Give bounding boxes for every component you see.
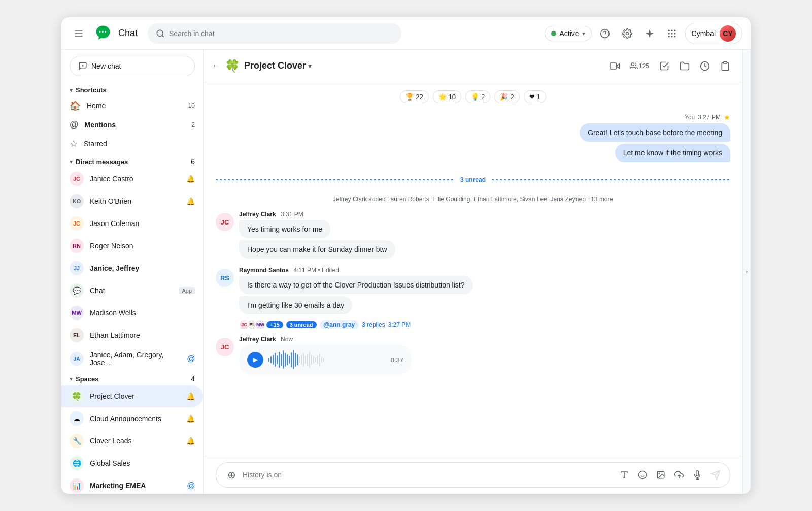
leads-icon: 🔧 (70, 434, 84, 448)
emoji-button[interactable] (634, 467, 651, 483)
thread-row[interactable]: JC EL MW +15 3 unread @ann gray 3 replie… (239, 320, 730, 330)
chat-area: ← 🍀 Project Clover ▾ (204, 50, 742, 494)
reaction-pill[interactable]: 💡 2 (465, 90, 490, 103)
svg-point-10 (671, 29, 672, 31)
sidebar-item-project-clover[interactable]: 🍀 Project Clover 🔔 (61, 385, 203, 407)
svg-point-8 (626, 32, 628, 35)
message-content: Jeffrey Clark Now ▶ (239, 336, 730, 374)
settings-icon (622, 28, 632, 39)
app-tag: App (179, 287, 195, 294)
shortcuts-header[interactable]: ▾ Shortcuts (61, 82, 203, 96)
search-bar[interactable] (148, 23, 401, 44)
format-text-button[interactable] (616, 467, 632, 483)
sidebar-item-janice-castro[interactable]: JC Janice Castro 🔔 (61, 168, 203, 190)
sidebar-item-cloud-announcements[interactable]: ☁ Cloud Announcements 🔔 (61, 407, 203, 430)
spaces-label: Spaces (76, 375, 99, 383)
svg-line-5 (162, 35, 164, 37)
sidebar-item-ethan-lattimore[interactable]: EL Ethan Lattimore (61, 324, 203, 346)
avatar: MW (70, 306, 84, 320)
thread-replies: 3 replies (362, 321, 385, 328)
help-button[interactable] (596, 24, 614, 43)
sidebar-item-marketing-emea[interactable]: 📊 Marketing EMEA @ (61, 474, 203, 494)
add-attachment-button[interactable]: ⊕ (224, 469, 239, 481)
new-chat-button[interactable]: New chat (70, 56, 195, 76)
clover-icon: 🍀 (70, 389, 84, 403)
message-bubble: Yes timing works for me (239, 220, 330, 238)
image-button[interactable] (653, 467, 669, 483)
reaction-pill[interactable]: 🏆 22 (400, 90, 428, 103)
spaces-header[interactable]: ▾ Spaces 4 (61, 371, 203, 385)
sidebar-item-keith-obrien[interactable]: KO Keith O'Brien 🔔 (61, 190, 203, 212)
apps-button[interactable] (663, 24, 681, 43)
notification-icon: 🔔 (186, 414, 195, 423)
sidebar-item-madison-wells[interactable]: MW Madison Wells (61, 302, 203, 324)
reaction-pill[interactable]: 🌟 10 (433, 90, 461, 103)
menu-icon[interactable] (70, 24, 88, 43)
upload-icon (674, 470, 684, 480)
message-input[interactable] (243, 471, 612, 479)
sidebar-item-starred[interactable]: ☆ Starred (61, 134, 203, 153)
svg-point-4 (157, 30, 163, 36)
avatar: RN (70, 239, 84, 253)
format-text-icon (620, 470, 629, 480)
back-button[interactable]: ← (212, 60, 221, 71)
clipboard-icon (720, 61, 730, 71)
unread-line-right (492, 179, 730, 180)
chat-title-chevron[interactable]: ▾ (308, 62, 312, 70)
sidebar-item-roger-nelson[interactable]: RN Roger Nelson (61, 235, 203, 257)
thread-avatar: MW (255, 320, 265, 330)
thread-avatars: JC EL MW (239, 320, 263, 330)
folder-button[interactable] (675, 57, 694, 75)
message-received-voice: JC Jeffrey Clark Now ▶ (216, 336, 730, 374)
app-window: Chat Active ▾ (61, 17, 751, 494)
message-time: Now (281, 336, 293, 343)
app-logo (94, 23, 112, 43)
sidebar-item-chat-app[interactable]: 💬 Chat App (61, 279, 203, 302)
new-chat-icon (78, 61, 87, 71)
play-button[interactable]: ▶ (247, 352, 263, 368)
sidebar-item-label: Ethan Lattimore (90, 331, 195, 339)
reaction-pill[interactable]: 🎉 2 (494, 90, 519, 103)
sidebar-item-mentions[interactable]: @ Mentions 2 (61, 115, 203, 134)
sidebar-item-janice-jeffrey[interactable]: JJ Janice, Jeffrey (61, 257, 203, 279)
chevron-down-icon: ▾ (70, 87, 73, 94)
video-call-button[interactable] (605, 57, 624, 75)
sidebar-item-label: Madison Wells (90, 309, 195, 317)
clipboard-button[interactable] (716, 57, 734, 75)
timer-button[interactable] (696, 57, 714, 75)
sidebar-item-global-sales[interactable]: 🌐 Global Sales (61, 452, 203, 474)
chevron-down-icon: ▾ (70, 375, 73, 382)
mic-button[interactable] (689, 467, 705, 483)
sidebar-item-jason-coleman[interactable]: JC Jason Coleman (61, 212, 203, 235)
message-content: Raymond Santos 4:11 PM • Edited Is there… (239, 267, 730, 330)
spark-button[interactable] (640, 24, 659, 43)
settings-button[interactable] (618, 24, 636, 43)
collapse-sidebar-button[interactable]: › (742, 50, 751, 494)
upload-button[interactable] (671, 467, 687, 483)
unread-count-badge: 3 unread (286, 321, 317, 328)
sidebar-item-janice-adam[interactable]: JA Janice, Adam, Gregory, Jose... @ (61, 346, 203, 371)
sidebar-item-home[interactable]: 🏠 Home 10 (61, 96, 203, 115)
user-chip[interactable]: Cymbal CY (685, 23, 742, 44)
svg-point-14 (674, 33, 675, 34)
search-input[interactable] (169, 29, 393, 38)
avatar: JC (216, 338, 234, 356)
dm-header[interactable]: ▾ Direct messages 6 (61, 153, 203, 168)
send-button[interactable] (707, 467, 724, 483)
members-badge[interactable]: 125 (626, 60, 653, 72)
user-name: Cymbal (692, 29, 716, 38)
mentions-badge: 2 (185, 121, 195, 129)
unread-divider: 3 unread (216, 176, 730, 183)
reaction-pill[interactable]: ❤ 1 (524, 90, 546, 103)
messages-container: 🏆 22 🌟 10 💡 2 🎉 2 ❤ 1 You 3:27 PM ★ Grea… (204, 82, 742, 456)
sidebar-item-label: Roger Nelson (90, 242, 195, 250)
timer-icon (700, 61, 710, 71)
input-bar: ⊕ (204, 456, 742, 494)
task-button[interactable] (655, 57, 673, 75)
unread-label: 3 unread (460, 176, 486, 183)
sidebar-item-clover-leads[interactable]: 🔧 Clover Leads 🔔 (61, 430, 203, 452)
globe-icon: 🌐 (70, 456, 84, 470)
active-status-button[interactable]: Active ▾ (545, 26, 591, 41)
mentions-icon: @ (70, 119, 79, 130)
voice-duration: 0:37 (391, 356, 403, 364)
